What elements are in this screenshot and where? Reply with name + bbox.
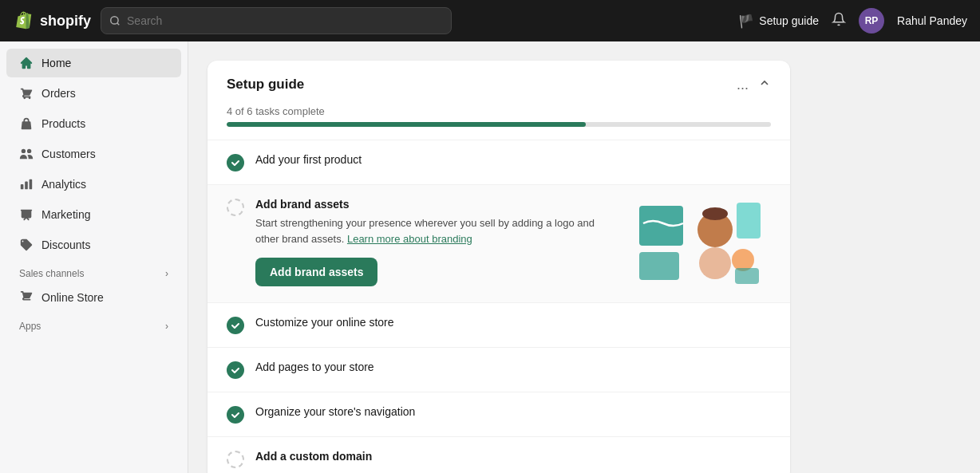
marketing-icon	[19, 207, 34, 222]
sidebar-item-marketing[interactable]: Marketing	[6, 200, 181, 229]
flag-icon: 🏴	[738, 14, 754, 29]
progress-fill	[227, 122, 586, 127]
checkmark-icon	[231, 321, 240, 330]
sidebar: Home Orders Products Customers	[0, 41, 188, 473]
setup-card-header: Setup guide ...	[207, 61, 790, 105]
sidebar-products-label: Products	[41, 117, 85, 130]
task-title-customize-store: Customize your online store	[255, 316, 771, 329]
brand-assets-illustration	[627, 198, 771, 286]
task-check-navigation	[227, 406, 244, 424]
task-check-brand-assets	[227, 199, 244, 216]
task-title-navigation: Organize your store's navigation	[255, 405, 771, 418]
brand-name: shopify	[40, 13, 91, 30]
sidebar-item-analytics[interactable]: Analytics	[6, 170, 181, 199]
sidebar-item-home[interactable]: Home	[6, 49, 181, 77]
check-pending-domain	[227, 451, 244, 468]
task-title-add-pages: Add pages to your store	[255, 361, 771, 373]
sidebar-discounts-label: Discounts	[41, 238, 90, 251]
task-item-domain[interactable]: Add a custom domain	[207, 437, 790, 473]
svg-point-5	[702, 207, 728, 220]
sidebar-home-label: Home	[41, 57, 71, 69]
sales-channels-chevron[interactable]: ›	[165, 268, 168, 279]
task-content-navigation: Organize your store's navigation	[255, 405, 771, 418]
check-complete-pages	[227, 361, 244, 379]
task-content-brand-assets: Add brand assets Start strengthening you…	[255, 198, 616, 286]
online-store-icon	[19, 290, 34, 305]
svg-rect-7	[699, 247, 731, 279]
task-content-customize-store: Customize your online store	[255, 316, 771, 329]
search-icon	[109, 15, 121, 26]
sidebar-item-online-store[interactable]: Online Store	[6, 283, 181, 312]
setup-guide-button[interactable]: 🏴 Setup guide	[738, 14, 819, 29]
task-check-customize-store	[227, 317, 244, 334]
check-pending-icon	[227, 199, 244, 216]
sidebar-marketing-label: Marketing	[41, 208, 90, 221]
sidebar-analytics-label: Analytics	[41, 178, 86, 191]
sidebar-item-products[interactable]: Products	[6, 109, 181, 138]
check-complete-customize	[227, 317, 244, 334]
task-content-add-pages: Add pages to your store	[255, 361, 771, 373]
progress-text: 4 of 6 tasks complete	[227, 105, 771, 117]
search-bar[interactable]	[101, 7, 452, 34]
svg-point-8	[732, 249, 754, 271]
nav-right: 🏴 Setup guide RP Rahul Pandey	[738, 8, 967, 34]
sales-channels-section: Sales channels ›	[0, 260, 188, 282]
main-content: Setup guide ... 4 of 6 tasks complete	[188, 41, 980, 473]
setup-guide-title: Setup guide	[227, 77, 304, 93]
brand-illustration-svg	[631, 198, 767, 286]
apps-section: Apps ›	[0, 313, 188, 335]
task-check-domain	[227, 451, 244, 468]
task-title-domain: Add a custom domain	[255, 450, 771, 463]
shopify-logo-icon	[13, 10, 35, 32]
sidebar-orders-label: Orders	[41, 87, 76, 100]
apps-chevron[interactable]: ›	[165, 321, 168, 332]
task-content-domain: Add a custom domain	[255, 450, 771, 463]
progress-section: 4 of 6 tasks complete	[207, 105, 790, 140]
tasks-list: Add your first product Add brand assets …	[207, 140, 790, 473]
task-content-first-product: Add your first product	[255, 153, 771, 166]
setup-guide-label: Setup guide	[759, 14, 819, 27]
task-link-branding[interactable]: Learn more about branding	[347, 233, 472, 245]
task-item-first-product[interactable]: Add your first product	[207, 140, 790, 185]
task-item-customize-store[interactable]: Customize your online store	[207, 303, 790, 348]
orders-icon	[19, 86, 34, 101]
sidebar-item-discounts[interactable]: Discounts	[6, 231, 181, 259]
collapse-button[interactable]	[758, 77, 771, 93]
main-layout: Home Orders Products Customers	[0, 41, 980, 473]
task-item-add-pages[interactable]: Add pages to your store	[207, 348, 790, 392]
shopify-logo[interactable]: shopify	[13, 10, 91, 32]
sidebar-item-orders[interactable]: Orders	[6, 79, 181, 108]
add-brand-assets-button[interactable]: Add brand assets	[255, 258, 377, 286]
bell-icon	[832, 12, 846, 26]
notification-button[interactable]	[832, 12, 846, 30]
checkmark-icon	[231, 365, 240, 375]
header-actions: ...	[737, 77, 771, 93]
svg-rect-6	[737, 203, 761, 238]
customers-icon	[19, 147, 34, 161]
discounts-icon	[19, 238, 34, 252]
sidebar-item-customers[interactable]: Customers	[6, 140, 181, 168]
search-input[interactable]	[127, 14, 443, 27]
check-complete-icon	[227, 154, 244, 171]
progress-bar	[227, 122, 771, 127]
user-name: Rahul Pandey	[897, 14, 967, 27]
analytics-icon	[19, 177, 34, 191]
svg-rect-3	[639, 252, 679, 280]
sidebar-online-store-label: Online Store	[41, 291, 104, 304]
checkmark-icon	[231, 158, 240, 168]
home-icon	[19, 56, 34, 70]
svg-rect-9	[735, 268, 759, 284]
task-description-brand-assets: Start strengthening your presence wherev…	[255, 215, 616, 246]
task-title-first-product: Add your first product	[255, 153, 771, 166]
task-item-brand-assets: Add brand assets Start strengthening you…	[207, 185, 790, 303]
task-item-navigation[interactable]: Organize your store's navigation	[207, 392, 790, 437]
products-icon	[19, 116, 34, 131]
top-navigation: shopify 🏴 Setup guide RP Rahul Pandey	[0, 0, 980, 41]
more-options-button[interactable]: ...	[737, 77, 749, 92]
sidebar-customers-label: Customers	[41, 148, 96, 160]
task-title-brand-assets: Add brand assets	[255, 198, 616, 211]
checkmark-icon	[231, 410, 240, 420]
user-avatar[interactable]: RP	[859, 8, 884, 34]
setup-guide-card: Setup guide ... 4 of 6 tasks complete	[207, 61, 790, 473]
apps-label: Apps	[19, 321, 41, 332]
